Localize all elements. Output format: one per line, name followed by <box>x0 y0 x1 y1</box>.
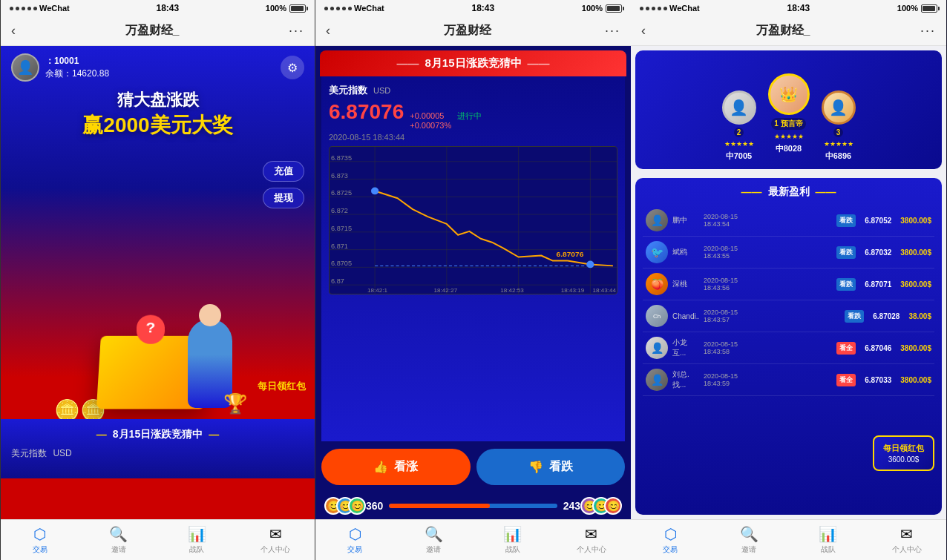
tab-bar-3: ⬡ 交易 🔍 邀请 📊 战队 ✉ 个人中心 <box>631 519 946 560</box>
battery-label-1: 100% <box>266 4 286 13</box>
tab-label-team-3: 战队 <box>821 544 836 555</box>
tab-profile-2[interactable]: ✉ 个人中心 <box>552 525 631 555</box>
svg-text:6.872: 6.872 <box>331 207 348 214</box>
profit-price-0: 6.87052 <box>865 217 891 225</box>
tab-invite-1[interactable]: 🔍 邀请 <box>79 525 158 555</box>
tab-invite-3[interactable]: 🔍 邀请 <box>710 525 788 555</box>
bet-up-button[interactable]: 👍 看涨 <box>321 449 471 485</box>
svg-text:6.8705: 6.8705 <box>331 260 352 267</box>
profit-amount-3: 38.00$ <box>908 312 931 320</box>
tab-profile-3[interactable]: ✉ 个人中心 <box>868 525 946 555</box>
bottom-section: 8月15日涨跌竞猜中 美元指数 USD <box>1 419 315 478</box>
section-title: 8月15日涨跌竞猜中 <box>11 428 304 441</box>
tab-label-profile-2: 个人中心 <box>577 544 606 555</box>
profit-user-1: 斌鸥 <box>672 247 699 257</box>
price-chart: 6.8735 6.873 6.8725 6.872 6.8715 6.871 6… <box>329 146 617 294</box>
profit-avatar-2: 🍑 <box>646 273 668 295</box>
user-header: 👤 ：10001 余额：14620.88 ⚙ <box>1 46 315 89</box>
profit-user-5: 刘总.找... <box>672 369 699 390</box>
tab-label-invite-3: 邀请 <box>741 544 756 555</box>
user-id: ：10001 <box>45 55 275 67</box>
profit-user-3: Chandi... <box>672 312 699 320</box>
tab-team-1[interactable]: 📊 战队 <box>158 525 237 555</box>
profit-avatar-0: 👤 <box>646 209 668 231</box>
asset-label-2: 美元指数 <box>329 84 367 97</box>
recharge-button[interactable]: 充值 <box>263 161 304 182</box>
rank-2-score: 中7005 <box>726 151 752 162</box>
battery-label-3: 100% <box>897 4 918 13</box>
svg-text:18:43:44: 18:43:44 <box>592 287 616 294</box>
avatar: 👤 <box>11 53 39 82</box>
battery-label-2: 100% <box>582 4 603 13</box>
trophy-icon: 🏆 <box>223 392 247 415</box>
profit-dir-3: 看跌 <box>845 310 864 323</box>
tab-team-2[interactable]: 📊 战队 <box>474 525 552 555</box>
mini-avatar-3: 😊 <box>348 497 366 515</box>
illustration: 🪙🪙 ? 🏆 <box>1 267 315 423</box>
tab-trading-2[interactable]: ⬡ 交易 <box>315 525 394 555</box>
battery-area-1: 100% <box>266 4 306 13</box>
daily-red-packet[interactable]: 每日领红包 3600.00$ <box>873 435 934 471</box>
profit-row-1: 🐦 斌鸥 2020-08-15 18:43:55 看跌 6.87032 3800… <box>643 237 934 269</box>
profit-row-4: 👤 小龙互... 2020-08-15 18:43:58 看全 6.87046 … <box>643 332 934 364</box>
rank-1-item: 👑 1 预言帝 ★★★★★ 中8028 <box>768 73 810 154</box>
bet-down-button[interactable]: 👎 看跌 <box>476 449 626 485</box>
profit-dir-4: 看全 <box>836 342 856 355</box>
profit-dir-1: 看跌 <box>836 246 856 259</box>
back-button-1[interactable]: ‹ <box>11 23 16 39</box>
rank-1-score: 中8028 <box>776 143 802 154</box>
team-icon-1: 📊 <box>188 525 206 543</box>
daily-red-label-3: 每日领红包 <box>883 443 924 454</box>
back-button-2[interactable]: ‹ <box>326 23 330 39</box>
profit-price-5: 6.87033 <box>865 376 891 384</box>
status-bar-2: WeChat 18:43 100% <box>315 0 631 16</box>
nav-bar-2: ‹ 万盈财经 ··· <box>315 16 631 46</box>
svg-text:6.871: 6.871 <box>331 243 348 250</box>
btn-down-label: 看跌 <box>549 459 573 475</box>
rank-3-score: 中6896 <box>825 151 851 162</box>
phone-2: WeChat 18:43 100% ‹ 万盈财经 ··· 8月15日涨跌竞猜中 … <box>315 0 631 560</box>
profit-avatar-1: 🐦 <box>646 241 668 263</box>
profit-row-0: 👤 鹏中 2020-08-15 18:43:54 看跌 6.87052 3800… <box>643 205 934 237</box>
contest-banner: 8月15日涨跌竞猜中 <box>320 50 626 76</box>
tab-trading-3[interactable]: ⬡ 交易 <box>631 525 710 555</box>
profit-price-4: 6.87046 <box>865 344 891 352</box>
more-button-3[interactable]: ··· <box>920 23 936 39</box>
rank-2-item: 👤 2 ★★★★★ 中7005 <box>722 90 756 162</box>
more-button-2[interactable]: ··· <box>605 23 620 39</box>
phone-1: WeChat 18:43 100% ‹ 万盈财经_ ··· 👤 ：10001 余… <box>0 0 315 560</box>
hero-text: 猜大盘涨跌 赢2000美元大奖 <box>1 89 315 144</box>
action-buttons: 充值 提现 <box>263 161 304 208</box>
down-count: 243 <box>563 500 580 512</box>
more-button-1[interactable]: ··· <box>289 23 304 39</box>
profit-avatar-3: Ch <box>646 305 668 327</box>
change2: +0.00073% <box>410 121 451 130</box>
profit-amount-2: 3600.00$ <box>900 280 931 289</box>
invite-icon-1: 🔍 <box>109 525 128 543</box>
rank-1-badge: 1 预言帝 <box>771 118 805 130</box>
time-1: 18:43 <box>156 3 179 13</box>
tab-invite-2[interactable]: 🔍 邀请 <box>394 525 473 555</box>
tab-team-3[interactable]: 📊 战队 <box>789 525 868 555</box>
profit-user-0: 鹏中 <box>672 215 699 225</box>
profile-icon-2: ✉ <box>585 525 597 543</box>
progress-fill <box>389 504 490 508</box>
settings-icon[interactable]: ⚙ <box>281 56 304 79</box>
withdraw-button[interactable]: 提现 <box>263 188 304 208</box>
svg-text:6.8735: 6.8735 <box>331 154 352 162</box>
profit-amount-1: 3800.00$ <box>900 248 931 257</box>
hero-line1: 猜大盘涨跌 <box>16 89 300 111</box>
daily-red-sublabel: 3600.00$ <box>883 455 924 464</box>
tab-trading-1[interactable]: ⬡ 交易 <box>1 525 79 555</box>
carrier-1: WeChat <box>10 4 70 13</box>
phone1-main: 👤 ：10001 余额：14620.88 ⚙ 猜大盘涨跌 赢2000美元大奖 充… <box>1 46 315 519</box>
chart-area: 美元指数 USD 6.87076 +0.00005 +0.00073% 进行中 … <box>321 76 625 441</box>
trading-icon-1: ⬡ <box>33 525 46 543</box>
nav-bar-3: ‹ 万盈财经_ ··· <box>631 16 946 46</box>
hero-line2: 赢2000美元大奖 <box>16 111 300 139</box>
svg-point-21 <box>586 260 594 268</box>
back-button-3[interactable]: ‹ <box>641 23 646 39</box>
carrier-label-3: WeChat <box>669 4 700 13</box>
up-count: 360 <box>366 500 383 512</box>
tab-profile-1[interactable]: ✉ 个人中心 <box>236 525 315 555</box>
